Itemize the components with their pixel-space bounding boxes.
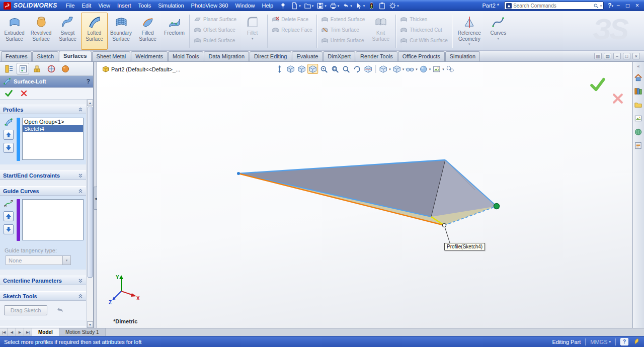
guide-tangency-select[interactable]: None ▾ <box>6 255 71 265</box>
profiles-listbox[interactable]: Open Group<1> Sketch4 <box>22 118 84 160</box>
wireframe-cube-icon[interactable] <box>285 64 296 74</box>
menu-insert[interactable]: Insert <box>114 1 135 10</box>
panel-left-toggle-icon[interactable]: ▥ <box>594 53 602 59</box>
section-view-icon[interactable] <box>363 64 373 74</box>
options-button[interactable]: ▾ <box>387 2 400 10</box>
curves-button[interactable]: Curves ▾ <box>485 13 512 50</box>
trim-surface-button[interactable]: Trim Surface <box>318 26 367 34</box>
move-guide-up-button[interactable] <box>4 211 14 221</box>
pan-updown-icon[interactable] <box>274 64 285 74</box>
save-button[interactable]: ▾ <box>315 2 328 10</box>
zoom-area-icon[interactable] <box>330 64 340 74</box>
boundary-surface-button[interactable]: Boundary Surface <box>108 13 134 50</box>
rebuild-button[interactable] <box>366 2 377 10</box>
maximize-button[interactable]: □ <box>623 1 632 11</box>
selected-vertex-point[interactable] <box>494 204 500 209</box>
help-button[interactable]: ? <box>608 2 611 9</box>
selected-view-cube-icon[interactable] <box>307 64 318 74</box>
move-profile-up-button[interactable] <box>4 130 14 140</box>
search-box[interactable]: ▾ <box>504 2 604 10</box>
close-button[interactable]: × <box>632 1 642 11</box>
collapse-taskpane-icon[interactable]: « <box>637 64 639 69</box>
menu-tools[interactable]: Tools <box>135 1 155 10</box>
filled-surface-button[interactable]: Filled Surface <box>134 13 161 50</box>
doc-minimize-button[interactable]: − <box>613 53 621 59</box>
profiles-list-item[interactable]: Open Group<1> <box>23 118 83 125</box>
new-document-button[interactable]: ▾ <box>289 2 302 10</box>
tab-mold-tools[interactable]: Mold Tools <box>168 51 203 61</box>
go-to-first-tab-button[interactable]: |◀ <box>0 328 8 336</box>
tab-simulation[interactable]: Simulation <box>445 51 480 61</box>
guide-curves-listbox[interactable] <box>22 199 84 240</box>
untrim-surface-button[interactable]: Untrim Surface <box>318 36 367 45</box>
doc-restore-button[interactable]: □ <box>623 53 630 59</box>
offset-surface-button[interactable]: Offset Surface <box>191 26 239 34</box>
tab-motion-study[interactable]: Motion Study 1 <box>59 328 106 336</box>
new-document-caret[interactable]: ▾ <box>299 4 301 8</box>
tab-dimxpert[interactable]: DimXpert <box>323 51 355 61</box>
menu-photoview[interactable]: PhotoView 360 <box>188 1 232 10</box>
tab-sketch[interactable]: Sketch <box>32 51 58 61</box>
view-settings-gears-icon[interactable] <box>445 64 455 74</box>
tab-features[interactable]: Features <box>1 51 32 61</box>
knit-surface-button[interactable]: Knit Surface <box>367 13 394 50</box>
save-caret[interactable]: ▾ <box>325 4 327 8</box>
apply-scene-icon[interactable] <box>431 64 442 74</box>
shaded-cube-icon[interactable] <box>296 64 307 74</box>
cancel-button[interactable] <box>20 90 28 97</box>
print-button[interactable]: ▾ <box>328 2 341 10</box>
featuremanager-tab-icon[interactable] <box>3 63 15 74</box>
file-properties-button[interactable] <box>377 2 387 10</box>
tab-weldments[interactable]: Weldments <box>131 51 168 61</box>
configurationmanager-tab-icon[interactable] <box>31 63 43 74</box>
ruled-surface-button[interactable]: Ruled Surface <box>191 36 239 45</box>
custom-properties-icon[interactable] <box>634 141 643 150</box>
zoom-in-icon[interactable] <box>318 64 329 74</box>
extruded-surface-button[interactable]: Extruded Surface <box>1 13 28 50</box>
scene-caret[interactable]: ▾ <box>442 67 444 71</box>
display-style-icon[interactable] <box>391 64 402 74</box>
thicken-button[interactable]: Thicken <box>397 15 450 24</box>
status-units[interactable]: MMGS ▾ <box>590 339 611 345</box>
menu-file[interactable]: File <box>62 1 78 10</box>
open-caret[interactable]: ▾ <box>312 4 314 8</box>
revolved-surface-button[interactable]: Revolved Surface <box>28 13 54 50</box>
tab-render-tools[interactable]: Render Tools <box>356 51 397 61</box>
tab-evaluate[interactable]: Evaluate <box>292 51 323 61</box>
confirm-cancel-button[interactable] <box>611 92 624 106</box>
undo-caret[interactable]: ▾ <box>350 4 352 8</box>
scroll-up-button[interactable]: ▲ <box>87 100 93 106</box>
start-end-constraints-header[interactable]: Start/End Constraints <box>0 170 86 180</box>
cut-with-surface-button[interactable]: Cut With Surface <box>397 36 450 45</box>
guide-tangency-caret[interactable]: ▾ <box>62 256 70 265</box>
view-orientation-icon[interactable] <box>378 64 388 74</box>
tab-data-migration[interactable]: Data Migration <box>204 51 249 61</box>
expand-chevron-icon[interactable] <box>78 173 83 178</box>
edit-appearance-icon[interactable] <box>418 64 429 74</box>
collapse-chevron-icon[interactable] <box>78 107 83 112</box>
print-caret[interactable]: ▾ <box>338 4 340 8</box>
search-input[interactable] <box>513 3 591 9</box>
file-explorer-icon[interactable] <box>634 101 643 110</box>
feature-tree-flyout[interactable]: Part2 (Default<<Default>_... <box>102 66 180 73</box>
panel-splitter[interactable]: ◀ <box>94 62 97 328</box>
menu-help[interactable]: Help <box>259 1 277 10</box>
appearance-caret[interactable]: ▾ <box>429 67 431 71</box>
design-library-icon[interactable] <box>634 87 643 96</box>
loft-3d-model[interactable] <box>97 62 632 328</box>
thickened-cut-button[interactable]: Thickened Cut <box>397 26 450 34</box>
open-button[interactable]: ▾ <box>302 2 315 10</box>
collapse-chevron-icon[interactable] <box>78 294 83 299</box>
displaymanager-tab-icon[interactable] <box>59 63 71 74</box>
undo-sketch-drag-icon[interactable] <box>55 306 64 315</box>
planar-surface-button[interactable]: Planar Surface <box>191 15 239 24</box>
panel-right-toggle-icon[interactable]: ▤ <box>604 53 611 59</box>
swept-surface-button[interactable]: Swept Surface <box>54 13 81 50</box>
tab-sheet-metal[interactable]: Sheet Metal <box>92 51 131 61</box>
go-to-last-tab-button[interactable]: ▶| <box>24 328 32 336</box>
rotate-view-icon[interactable] <box>352 64 362 74</box>
minimize-button[interactable]: − <box>613 1 623 11</box>
menu-edit[interactable]: Edit <box>78 1 95 10</box>
reference-geometry-button[interactable]: Reference Geometry ▾ <box>454 13 485 50</box>
ok-button[interactable] <box>5 89 13 98</box>
